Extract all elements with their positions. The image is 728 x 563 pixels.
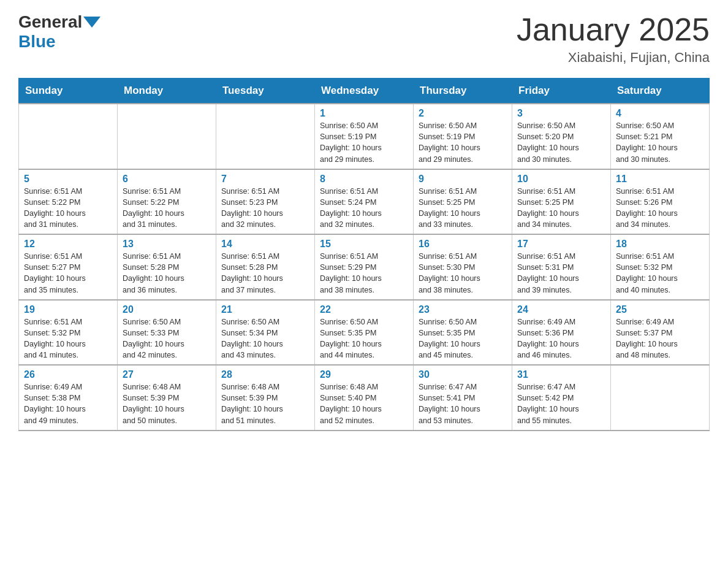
day-number: 5 bbox=[24, 174, 112, 185]
title-block: January 2025 Xiabaishi, Fujian, China bbox=[517, 12, 710, 66]
calendar-header-sunday: Sunday bbox=[19, 79, 118, 104]
calendar-cell: 7Sunrise: 6:51 AMSunset: 5:23 PMDaylight… bbox=[216, 169, 315, 235]
day-info: Sunrise: 6:49 AMSunset: 5:38 PMDaylight:… bbox=[24, 381, 112, 426]
calendar-week-4: 19Sunrise: 6:51 AMSunset: 5:32 PMDayligh… bbox=[19, 300, 710, 366]
day-info: Sunrise: 6:50 AMSunset: 5:35 PMDaylight:… bbox=[419, 316, 507, 361]
day-number: 1 bbox=[320, 108, 408, 119]
logo-triangle-icon bbox=[83, 17, 100, 28]
day-info: Sunrise: 6:51 AMSunset: 5:32 PMDaylight:… bbox=[616, 251, 704, 296]
calendar-cell: 25Sunrise: 6:49 AMSunset: 5:37 PMDayligh… bbox=[611, 300, 710, 366]
calendar-cell bbox=[118, 104, 216, 169]
day-info: Sunrise: 6:51 AMSunset: 5:22 PMDaylight:… bbox=[123, 186, 211, 231]
day-info: Sunrise: 6:49 AMSunset: 5:36 PMDaylight:… bbox=[517, 316, 605, 361]
day-number: 24 bbox=[517, 304, 605, 315]
day-info: Sunrise: 6:50 AMSunset: 5:20 PMDaylight:… bbox=[517, 120, 605, 165]
calendar-cell: 26Sunrise: 6:49 AMSunset: 5:38 PMDayligh… bbox=[19, 365, 118, 431]
day-info: Sunrise: 6:51 AMSunset: 5:27 PMDaylight:… bbox=[24, 251, 112, 296]
day-number: 10 bbox=[517, 174, 605, 185]
calendar-week-3: 12Sunrise: 6:51 AMSunset: 5:27 PMDayligh… bbox=[19, 234, 710, 300]
day-number: 12 bbox=[24, 239, 112, 250]
day-number: 19 bbox=[24, 304, 112, 315]
calendar-header-saturday: Saturday bbox=[611, 79, 710, 104]
calendar-cell: 23Sunrise: 6:50 AMSunset: 5:35 PMDayligh… bbox=[414, 300, 512, 366]
day-number: 22 bbox=[320, 304, 408, 315]
calendar-cell: 16Sunrise: 6:51 AMSunset: 5:30 PMDayligh… bbox=[414, 234, 512, 300]
day-number: 21 bbox=[221, 304, 309, 315]
day-number: 9 bbox=[419, 174, 507, 185]
day-info: Sunrise: 6:51 AMSunset: 5:25 PMDaylight:… bbox=[419, 186, 507, 231]
calendar-cell: 21Sunrise: 6:50 AMSunset: 5:34 PMDayligh… bbox=[216, 300, 315, 366]
calendar-cell: 9Sunrise: 6:51 AMSunset: 5:25 PMDaylight… bbox=[414, 169, 512, 235]
calendar-header-tuesday: Tuesday bbox=[216, 79, 315, 104]
logo-general-text: General bbox=[18, 12, 82, 32]
day-number: 29 bbox=[320, 369, 408, 380]
logo-blue-text: Blue bbox=[18, 32, 56, 52]
calendar-cell: 27Sunrise: 6:48 AMSunset: 5:39 PMDayligh… bbox=[118, 365, 216, 431]
day-number: 11 bbox=[616, 174, 704, 185]
day-info: Sunrise: 6:51 AMSunset: 5:30 PMDaylight:… bbox=[419, 251, 507, 296]
calendar-cell: 19Sunrise: 6:51 AMSunset: 5:32 PMDayligh… bbox=[19, 300, 118, 366]
calendar-cell bbox=[216, 104, 315, 169]
day-number: 3 bbox=[517, 108, 605, 119]
calendar-cell: 17Sunrise: 6:51 AMSunset: 5:31 PMDayligh… bbox=[512, 234, 611, 300]
day-info: Sunrise: 6:51 AMSunset: 5:25 PMDaylight:… bbox=[517, 186, 605, 231]
day-info: Sunrise: 6:50 AMSunset: 5:21 PMDaylight:… bbox=[616, 120, 704, 165]
day-number: 15 bbox=[320, 239, 408, 250]
day-info: Sunrise: 6:49 AMSunset: 5:37 PMDaylight:… bbox=[616, 316, 704, 361]
calendar-header-row: SundayMondayTuesdayWednesdayThursdayFrid… bbox=[19, 79, 710, 104]
day-info: Sunrise: 6:51 AMSunset: 5:28 PMDaylight:… bbox=[221, 251, 309, 296]
day-info: Sunrise: 6:50 AMSunset: 5:19 PMDaylight:… bbox=[320, 120, 408, 165]
calendar-cell: 22Sunrise: 6:50 AMSunset: 5:35 PMDayligh… bbox=[315, 300, 414, 366]
calendar-cell: 28Sunrise: 6:48 AMSunset: 5:39 PMDayligh… bbox=[216, 365, 315, 431]
calendar-cell: 11Sunrise: 6:51 AMSunset: 5:26 PMDayligh… bbox=[611, 169, 710, 235]
day-info: Sunrise: 6:48 AMSunset: 5:40 PMDaylight:… bbox=[320, 381, 408, 426]
page-header: General Blue January 2025 Xiabaishi, Fuj… bbox=[18, 12, 710, 66]
calendar-cell: 20Sunrise: 6:50 AMSunset: 5:33 PMDayligh… bbox=[118, 300, 216, 366]
day-number: 26 bbox=[24, 369, 112, 380]
calendar-cell: 1Sunrise: 6:50 AMSunset: 5:19 PMDaylight… bbox=[315, 104, 414, 169]
day-number: 28 bbox=[221, 369, 309, 380]
day-number: 18 bbox=[616, 239, 704, 250]
day-number: 16 bbox=[419, 239, 507, 250]
calendar-header-monday: Monday bbox=[118, 79, 216, 104]
day-number: 6 bbox=[123, 174, 211, 185]
calendar-table: SundayMondayTuesdayWednesdayThursdayFrid… bbox=[18, 78, 710, 431]
day-number: 27 bbox=[123, 369, 211, 380]
day-info: Sunrise: 6:51 AMSunset: 5:22 PMDaylight:… bbox=[24, 186, 112, 231]
calendar-cell: 29Sunrise: 6:48 AMSunset: 5:40 PMDayligh… bbox=[315, 365, 414, 431]
day-number: 13 bbox=[123, 239, 211, 250]
day-info: Sunrise: 6:51 AMSunset: 5:28 PMDaylight:… bbox=[123, 251, 211, 296]
calendar-header-friday: Friday bbox=[512, 79, 611, 104]
day-info: Sunrise: 6:47 AMSunset: 5:41 PMDaylight:… bbox=[419, 381, 507, 426]
day-number: 31 bbox=[517, 369, 605, 380]
calendar-cell: 31Sunrise: 6:47 AMSunset: 5:42 PMDayligh… bbox=[512, 365, 611, 431]
day-info: Sunrise: 6:51 AMSunset: 5:32 PMDaylight:… bbox=[24, 316, 112, 361]
day-number: 7 bbox=[221, 174, 309, 185]
day-info: Sunrise: 6:51 AMSunset: 5:29 PMDaylight:… bbox=[320, 251, 408, 296]
logo: General Blue bbox=[18, 12, 102, 52]
day-number: 20 bbox=[123, 304, 211, 315]
day-number: 8 bbox=[320, 174, 408, 185]
day-number: 2 bbox=[419, 108, 507, 119]
calendar-week-1: 1Sunrise: 6:50 AMSunset: 5:19 PMDaylight… bbox=[19, 104, 710, 169]
calendar-header-wednesday: Wednesday bbox=[315, 79, 414, 104]
day-number: 4 bbox=[616, 108, 704, 119]
location-subtitle: Xiabaishi, Fujian, China bbox=[517, 50, 710, 66]
calendar-header-thursday: Thursday bbox=[414, 79, 512, 104]
calendar-cell: 13Sunrise: 6:51 AMSunset: 5:28 PMDayligh… bbox=[118, 234, 216, 300]
calendar-cell bbox=[19, 104, 118, 169]
day-info: Sunrise: 6:51 AMSunset: 5:23 PMDaylight:… bbox=[221, 186, 309, 231]
day-info: Sunrise: 6:48 AMSunset: 5:39 PMDaylight:… bbox=[123, 381, 211, 426]
day-number: 30 bbox=[419, 369, 507, 380]
calendar-week-2: 5Sunrise: 6:51 AMSunset: 5:22 PMDaylight… bbox=[19, 169, 710, 235]
day-number: 14 bbox=[221, 239, 309, 250]
day-info: Sunrise: 6:51 AMSunset: 5:24 PMDaylight:… bbox=[320, 186, 408, 231]
day-info: Sunrise: 6:50 AMSunset: 5:19 PMDaylight:… bbox=[419, 120, 507, 165]
calendar-cell: 24Sunrise: 6:49 AMSunset: 5:36 PMDayligh… bbox=[512, 300, 611, 366]
day-info: Sunrise: 6:50 AMSunset: 5:33 PMDaylight:… bbox=[123, 316, 211, 361]
day-info: Sunrise: 6:51 AMSunset: 5:31 PMDaylight:… bbox=[517, 251, 605, 296]
day-info: Sunrise: 6:50 AMSunset: 5:35 PMDaylight:… bbox=[320, 316, 408, 361]
calendar-cell: 6Sunrise: 6:51 AMSunset: 5:22 PMDaylight… bbox=[118, 169, 216, 235]
day-info: Sunrise: 6:47 AMSunset: 5:42 PMDaylight:… bbox=[517, 381, 605, 426]
day-number: 23 bbox=[419, 304, 507, 315]
